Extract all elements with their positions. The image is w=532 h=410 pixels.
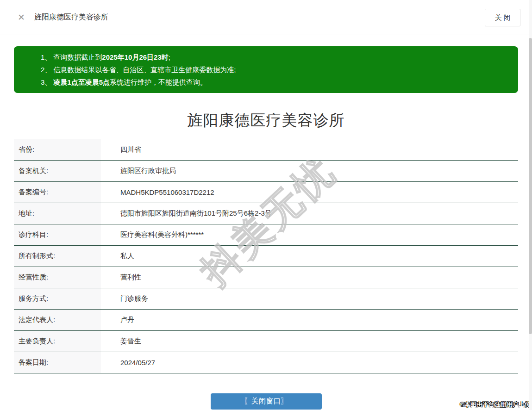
row-value: 医疗美容科(美容外科)****** [101,224,518,245]
notice-line-2: 2、信息数据结果以各省、自治区、直辖市卫生健康委数据为准; [41,63,509,76]
table-row-legal-representative: 法定代表人: 卢丹 [14,310,518,331]
notice-line-3: 3、凌晨1点至凌晨5点系统进行维护，不能提供查询。 [41,76,509,88]
row-label: 省份: [14,139,101,160]
row-label: 经营性质: [14,267,101,288]
table-row-ownership-form: 所有制形式: 私人 [14,246,518,267]
notice-line-1: 1、查询数据截止到2025年10月26日23时; [41,51,509,63]
close-window-button[interactable]: 〖关闭窗口〗 [211,393,322,410]
notice-text-bold: 凌晨1点至凌晨5点 [53,78,110,86]
table-row-filing-authority: 备案机关: 旌阳区行政审批局 [14,161,518,182]
detail-table: 省份: 四川省 备案机关: 旌阳区行政审批局 备案编号: MADH5KDP551… [14,139,518,373]
notice-text: 系统进行维护，不能提供查询。 [110,78,207,86]
row-label: 法定代表人: [14,310,101,330]
row-value: 2024/05/27 [101,352,518,373]
close-button-top[interactable]: 关 闭 [485,9,520,26]
notice-line-number: 1、 [41,53,51,61]
scrollbar-thumb[interactable] [529,38,532,334]
row-label: 服务方式: [14,288,101,309]
row-label: 主要负责人: [14,331,101,352]
row-label: 所有制形式: [14,246,101,267]
notice-text: ; [169,53,170,61]
table-row-province: 省份: 四川省 [14,139,518,161]
credit-watermark: ©本图由平台注册用户上传 [460,400,531,409]
row-label: 备案机关: [14,161,101,181]
row-value: 营利性 [101,267,518,288]
row-label: 地址: [14,203,101,224]
row-value: MADH5KDP551060317D2212 [101,182,518,203]
notice-text: 信息数据结果以各省、自治区、直辖市卫生健康委数据为准; [53,66,236,74]
table-row-treatment-subjects: 诊疗科目: 医疗美容科(美容外科)****** [14,224,518,246]
table-row-service-mode: 服务方式: 门诊服务 [14,288,518,310]
row-value: 德阳市旌阳区旌阳街道南街101号附25号6栋2-3号 [101,203,518,224]
notice-line-number: 2、 [41,66,51,74]
scrollbar-track [529,0,532,410]
row-value: 卢丹 [101,310,518,330]
row-value: 姜晋生 [101,331,518,352]
close-x-icon[interactable]: ✕ [18,13,25,22]
table-row-business-nature: 经营性质: 营利性 [14,267,518,288]
table-row-address: 地址: 德阳市旌阳区旌阳街道南街101号附25号6栋2-3号 [14,203,518,224]
top-bar: ✕ 旌阳康德医疗美容诊所 关 闭 [0,0,532,35]
row-label: 备案日期: [14,352,101,373]
row-label: 备案编号: [14,182,101,203]
row-value: 旌阳区行政审批局 [101,161,518,181]
row-value: 私人 [101,246,518,267]
notice-text-bold: 2025年10月26日23时 [102,53,168,61]
window-title: 旌阳康德医疗美容诊所 [34,12,108,22]
row-value: 四川省 [101,139,518,160]
notice-box: 1、查询数据截止到2025年10月26日23时; 2、信息数据结果以各省、自治区… [14,46,518,93]
bottom-area: 〖关闭窗口〗 [0,393,532,410]
row-label: 诊疗科目: [14,224,101,245]
table-row-principal: 主要负责人: 姜晋生 [14,331,518,352]
notice-line-number: 3、 [41,78,51,86]
row-value: 门诊服务 [101,288,518,309]
table-row-filing-date: 备案日期: 2024/05/27 [14,352,518,373]
notice-text: 查询数据截止到 [53,53,102,61]
table-row-filing-number: 备案编号: MADH5KDP551060317D2212 [14,182,518,203]
clinic-title: 旌阳康德医疗美容诊所 [0,110,532,131]
